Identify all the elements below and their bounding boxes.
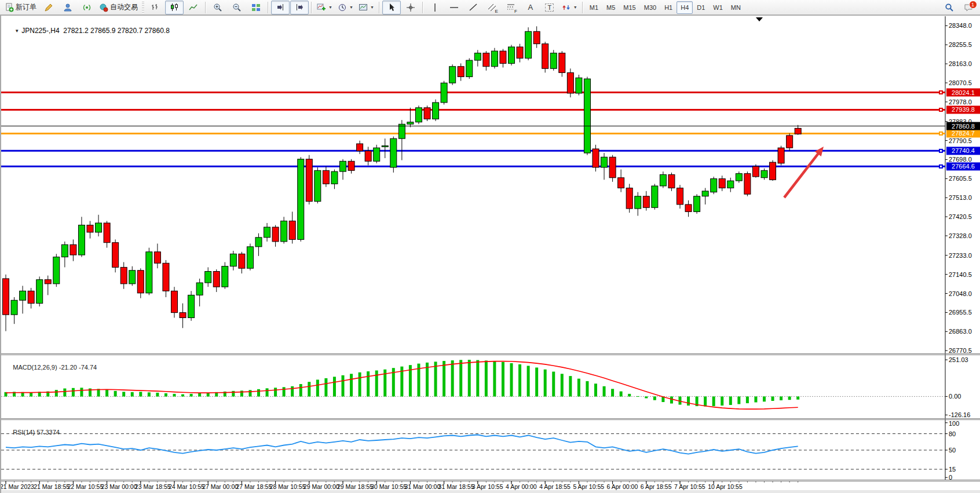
search-button[interactable] bbox=[940, 1, 959, 14]
text-label-button[interactable]: T bbox=[540, 1, 559, 14]
timeframe-M30[interactable]: M30 bbox=[640, 1, 660, 14]
text-tool-icon: A bbox=[528, 3, 533, 12]
notification-badge: 1 bbox=[969, 1, 977, 9]
timeframe-M1[interactable]: M1 bbox=[586, 1, 602, 14]
fibonacci-button[interactable]: F bbox=[502, 1, 521, 14]
zoom-out-button[interactable] bbox=[228, 1, 246, 14]
svg-text:27048.0: 27048.0 bbox=[949, 290, 972, 297]
svg-text:26770.5: 26770.5 bbox=[949, 347, 972, 354]
crosshair-button[interactable] bbox=[401, 1, 420, 14]
clock-icon bbox=[338, 3, 347, 12]
horizontal-line-icon bbox=[449, 3, 459, 12]
svg-text:4 Apr 00:00: 4 Apr 00:00 bbox=[506, 483, 537, 490]
horizontal-line-button[interactable] bbox=[445, 1, 463, 14]
timeframe-H4[interactable]: H4 bbox=[677, 1, 693, 14]
arrows-icon bbox=[562, 3, 571, 12]
timeframe-buttons: M1M5M15M30H1H4D1W1MN bbox=[586, 1, 745, 14]
svg-text:27664.6: 27664.6 bbox=[952, 163, 975, 170]
zoom-in-button[interactable] bbox=[209, 1, 227, 14]
svg-text:27420.5: 27420.5 bbox=[949, 213, 972, 220]
toolbar-separator bbox=[311, 2, 312, 13]
timeframe-MN[interactable]: MN bbox=[727, 1, 745, 14]
template-icon bbox=[359, 3, 368, 12]
chart-title-bar[interactable]: ▼JPN225-,H4 27821.2 27865.9 27820.7 2786… bbox=[7, 19, 170, 43]
svg-text:6 Apr 18:55: 6 Apr 18:55 bbox=[641, 483, 672, 490]
svg-text:3 Apr 10:55: 3 Apr 10:55 bbox=[472, 483, 503, 490]
bar-chart-button[interactable] bbox=[146, 1, 164, 14]
channel-button[interactable]: E bbox=[483, 1, 502, 14]
chevron-down-icon: ▼ bbox=[349, 5, 353, 9]
line-chart-button[interactable] bbox=[184, 1, 203, 14]
svg-text:15: 15 bbox=[949, 466, 956, 473]
trendline-icon bbox=[469, 3, 478, 12]
chart-shift-button[interactable] bbox=[290, 1, 309, 14]
svg-text:21 Mar 2023: 21 Mar 2023 bbox=[1, 483, 34, 490]
label-tool-icon: T bbox=[545, 3, 554, 12]
chevron-down-icon: ▼ bbox=[573, 5, 577, 9]
timeframe-H1[interactable]: H1 bbox=[660, 1, 677, 14]
text-button[interactable]: A bbox=[521, 1, 540, 14]
new-order-label: 新订单 bbox=[16, 2, 36, 12]
crosshair-icon bbox=[406, 3, 415, 12]
svg-text:26955.5: 26955.5 bbox=[949, 309, 972, 316]
timeframe-D1[interactable]: D1 bbox=[693, 1, 709, 14]
rsi-label: RSI(14) 57.3374 bbox=[6, 422, 60, 443]
toolbar-separator bbox=[379, 2, 380, 13]
svg-text:27790.5: 27790.5 bbox=[949, 137, 972, 144]
svg-text:28024.1: 28024.1 bbox=[952, 89, 975, 96]
toolbar-separator bbox=[268, 2, 269, 13]
cursor-icon bbox=[387, 3, 396, 12]
pencil-button[interactable] bbox=[39, 1, 58, 14]
svg-text:100: 100 bbox=[949, 420, 959, 427]
indicators-add-icon bbox=[317, 3, 326, 12]
timeframe-M5[interactable]: M5 bbox=[602, 1, 619, 14]
auto-scroll-icon bbox=[276, 3, 285, 12]
svg-text:24 Mar 10:55: 24 Mar 10:55 bbox=[169, 483, 204, 490]
svg-text:7 Apr 10:55: 7 Apr 10:55 bbox=[674, 483, 705, 490]
notifications-button[interactable]: 1 bbox=[959, 1, 978, 14]
templates-button[interactable]: ▼ bbox=[356, 1, 376, 14]
svg-text:0: 0 bbox=[949, 474, 952, 481]
timeframe-M15[interactable]: M15 bbox=[619, 1, 639, 14]
channel-letter: E bbox=[495, 9, 498, 14]
svg-text:27 Mar 18:55: 27 Mar 18:55 bbox=[236, 483, 272, 490]
cursor-button[interactable] bbox=[382, 1, 401, 14]
svg-text:28 Mar 10:55: 28 Mar 10:55 bbox=[270, 483, 306, 490]
signals-button[interactable] bbox=[78, 1, 96, 14]
tile-windows-button[interactable] bbox=[247, 1, 265, 14]
svg-text:27328.0: 27328.0 bbox=[949, 232, 972, 239]
svg-text:27233.0: 27233.0 bbox=[949, 252, 972, 259]
svg-text:27939.8: 27939.8 bbox=[952, 106, 975, 113]
indicators-button[interactable]: ▼ bbox=[315, 1, 335, 14]
zoom-in-icon bbox=[213, 3, 222, 12]
periods-button[interactable]: ▼ bbox=[335, 1, 356, 14]
svg-text:28255.5: 28255.5 bbox=[949, 41, 972, 48]
profile-button[interactable] bbox=[58, 1, 77, 14]
bar-chart-icon bbox=[151, 3, 160, 12]
new-order-button[interactable]: 新订单 bbox=[2, 1, 39, 14]
svg-text:23 Mar 00:00: 23 Mar 00:00 bbox=[101, 483, 137, 490]
candlestick-chart-button[interactable] bbox=[165, 1, 184, 14]
tile-windows-icon bbox=[251, 3, 261, 12]
chevron-down-icon: ▼ bbox=[370, 5, 374, 9]
candlestick-chart-icon bbox=[170, 3, 179, 12]
new-order-icon bbox=[5, 3, 14, 12]
svg-text:27860.8: 27860.8 bbox=[952, 123, 975, 130]
auto-scroll-button[interactable] bbox=[271, 1, 290, 14]
auto-trading-button[interactable]: 自动交易 bbox=[97, 1, 140, 14]
vertical-line-icon bbox=[430, 3, 440, 12]
arrows-button[interactable]: ▼ bbox=[560, 1, 580, 14]
svg-text:31 Mar 00:00: 31 Mar 00:00 bbox=[404, 483, 440, 490]
vertical-line-button[interactable] bbox=[426, 1, 444, 14]
chart-canvas[interactable]: 28348.028255.528163.028070.527978.027883… bbox=[1, 16, 980, 493]
fibonacci-letter: F bbox=[514, 9, 517, 14]
svg-text:28163.0: 28163.0 bbox=[949, 60, 972, 67]
toolbar-grip bbox=[142, 2, 144, 13]
svg-text:26863.0: 26863.0 bbox=[949, 328, 972, 335]
svg-text:27605.5: 27605.5 bbox=[949, 175, 972, 182]
svg-text:6 Apr 00:00: 6 Apr 00:00 bbox=[607, 483, 638, 490]
timeframe-W1[interactable]: W1 bbox=[709, 1, 727, 14]
svg-text:27978.0: 27978.0 bbox=[949, 98, 972, 105]
trendline-button[interactable] bbox=[464, 1, 482, 14]
toolbar-separator bbox=[205, 2, 206, 13]
